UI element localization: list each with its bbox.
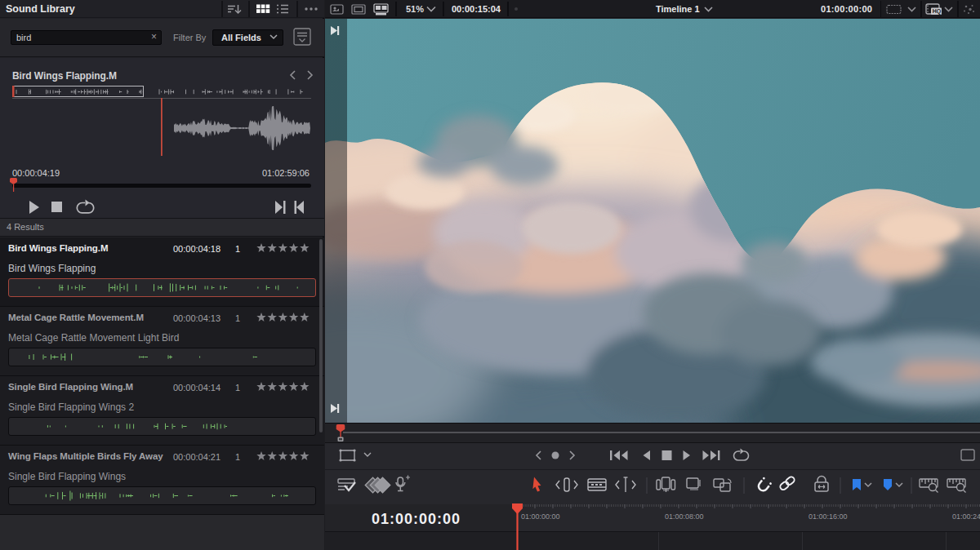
svg-text:HQ: HQ xyxy=(933,8,942,15)
